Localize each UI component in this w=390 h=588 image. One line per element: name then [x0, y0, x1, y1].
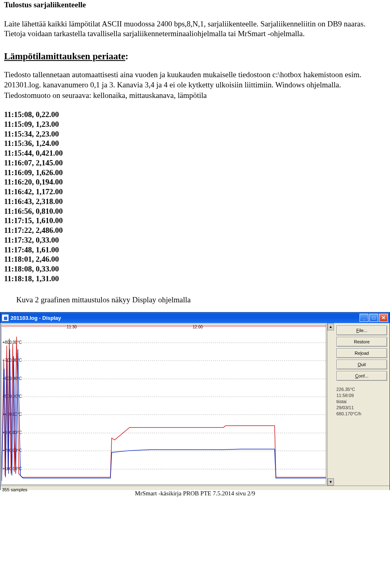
heading-1: Tulostus sarjaliikenteelle: [4, 0, 386, 10]
scroll-track[interactable]: [327, 330, 334, 478]
quit-button[interactable]: Quit: [336, 360, 387, 369]
data-line: 11:15:44, 0,421.00: [4, 148, 386, 158]
plot-svg: [2, 324, 326, 484]
data-line: 11:15:36, 1,24.00: [4, 139, 386, 148]
conf-button[interactable]: Conf...: [336, 371, 387, 381]
data-line: 11:18:18, 1,31.00: [4, 274, 386, 284]
data-line: 11:15:09, 1,23.00: [4, 119, 386, 129]
data-list: 11:15:08, 0,22.0011:15:09, 1,23.0011:15:…: [4, 110, 386, 284]
data-line: 11:17:22, 2,486.00: [4, 226, 386, 235]
paragraph-3: Tiedostomuoto on seuraava: kellonaika, m…: [4, 91, 386, 101]
scroll-up-button[interactable]: ▲: [327, 323, 334, 330]
close-button[interactable]: ✕: [379, 314, 388, 322]
reload-button[interactable]: Reload: [336, 348, 387, 358]
data-line: 11:18:01, 2,46.00: [4, 254, 386, 264]
app-icon: ▦: [2, 315, 9, 321]
heading-2-text: Lämpötilamittauksen periaate: [4, 51, 125, 61]
file-button[interactable]: File...: [336, 325, 387, 335]
data-line: 11:16:42, 1,172.00: [4, 187, 386, 197]
page-footer: MrSmart -käsikirja PROB PTE 7.5.2014 siv…: [0, 490, 390, 497]
data-line: 11:16:43, 2,318.00: [4, 197, 386, 206]
data-line: 11:17:15, 1,610.00: [4, 216, 386, 226]
info-temp: 226.35°C: [336, 386, 387, 393]
data-line: 11:17:48, 1,61.00: [4, 245, 386, 255]
series-channel-blue: [2, 349, 326, 481]
chart-area: 11:30 12:00 +800.00°C+700.00°C+600.00°C+…: [1, 324, 326, 485]
info-day: tiistai: [336, 399, 387, 405]
window-title: 201103.log - Display: [11, 315, 360, 321]
heading-2: Lämpötilamittauksen periaate:: [4, 50, 386, 63]
data-line: 11:16:07, 2,145.00: [4, 158, 386, 168]
restore-button[interactable]: Restore: [336, 337, 387, 347]
info-rate: 680.170°C/h: [336, 411, 387, 417]
data-line: 11:16:20, 0,194.00: [4, 177, 386, 187]
data-line: 11:18:08, 0,33.00: [4, 264, 386, 274]
minimize-button[interactable]: _: [360, 314, 368, 322]
paragraph-1: Laite lähettää kaikki lämpötilat ASCII m…: [4, 19, 386, 39]
data-line: 11:16:56, 0,810.00: [4, 206, 386, 216]
info-block: 226.35°C 11:58:09 tiistai 29/03/11 680.1…: [336, 386, 387, 417]
data-line: 11:17:32, 0,33.00: [4, 235, 386, 245]
info-date: 29/03/11: [336, 405, 387, 411]
scroll-down-button[interactable]: ▼: [327, 478, 334, 486]
data-line: 11:16:09, 1,626.00: [4, 168, 386, 178]
data-line: 11:15:08, 0,22.00: [4, 110, 386, 119]
maximize-button[interactable]: □: [369, 314, 378, 322]
info-time: 11:58:09: [336, 393, 387, 399]
vertical-scrollbar[interactable]: ▲ ▼: [327, 323, 334, 486]
display-app-window: ▦ 201103.log - Display _ □ ✕ 11:30 12:00…: [0, 312, 390, 494]
figure-caption: Kuva 2 graafinen mittaustulos näkyy Disp…: [16, 295, 386, 305]
titlebar[interactable]: ▦ 201103.log - Display _ □ ✕: [0, 312, 390, 323]
status-text: 355 samples: [2, 487, 27, 492]
paragraph-2: Tiedosto tallennetaan automaattisesti ai…: [4, 70, 386, 90]
series-channel-red: [2, 337, 326, 481]
side-panel: File... Restore Reload Quit Conf... 226.…: [334, 323, 390, 486]
data-line: 11:15:34, 2,23.00: [4, 129, 386, 139]
